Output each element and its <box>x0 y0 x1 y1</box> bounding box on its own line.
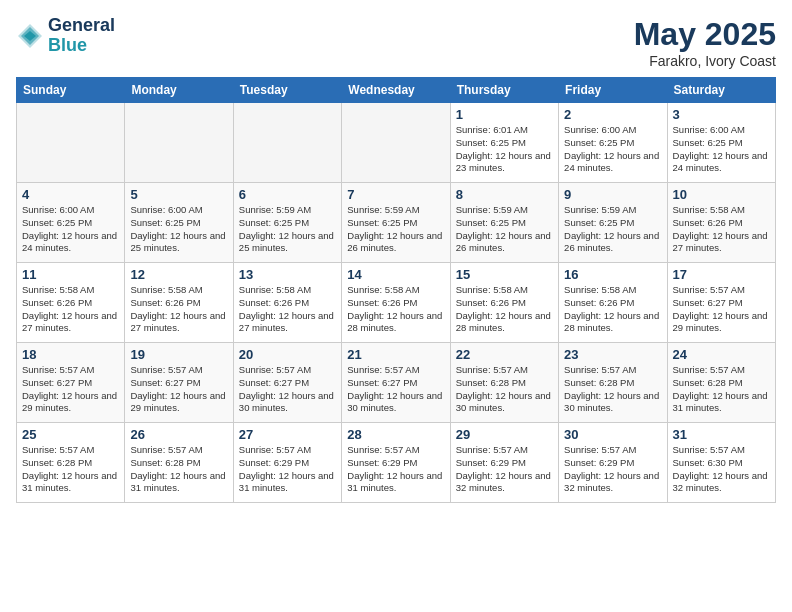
day-number: 10 <box>673 187 770 202</box>
cell-sun-info: Sunrise: 6:00 AMSunset: 6:25 PMDaylight:… <box>22 204 119 255</box>
cell-sun-info: Sunrise: 5:57 AMSunset: 6:29 PMDaylight:… <box>456 444 553 495</box>
day-number: 3 <box>673 107 770 122</box>
weekday-header-row: SundayMondayTuesdayWednesdayThursdayFrid… <box>17 78 776 103</box>
calendar-cell: 28Sunrise: 5:57 AMSunset: 6:29 PMDayligh… <box>342 423 450 503</box>
day-number: 11 <box>22 267 119 282</box>
cell-sun-info: Sunrise: 5:57 AMSunset: 6:27 PMDaylight:… <box>673 284 770 335</box>
calendar-cell: 20Sunrise: 5:57 AMSunset: 6:27 PMDayligh… <box>233 343 341 423</box>
calendar-cell: 23Sunrise: 5:57 AMSunset: 6:28 PMDayligh… <box>559 343 667 423</box>
weekday-header: Saturday <box>667 78 775 103</box>
day-number: 4 <box>22 187 119 202</box>
logo-icon <box>16 22 44 50</box>
day-number: 20 <box>239 347 336 362</box>
cell-sun-info: Sunrise: 5:57 AMSunset: 6:28 PMDaylight:… <box>22 444 119 495</box>
day-number: 1 <box>456 107 553 122</box>
calendar-cell: 22Sunrise: 5:57 AMSunset: 6:28 PMDayligh… <box>450 343 558 423</box>
cell-sun-info: Sunrise: 5:59 AMSunset: 6:25 PMDaylight:… <box>239 204 336 255</box>
cell-sun-info: Sunrise: 5:57 AMSunset: 6:28 PMDaylight:… <box>456 364 553 415</box>
page-header: General Blue May 2025 Farakro, Ivory Coa… <box>16 16 776 69</box>
cell-sun-info: Sunrise: 5:57 AMSunset: 6:29 PMDaylight:… <box>564 444 661 495</box>
calendar-week-row: 25Sunrise: 5:57 AMSunset: 6:28 PMDayligh… <box>17 423 776 503</box>
cell-sun-info: Sunrise: 5:57 AMSunset: 6:27 PMDaylight:… <box>130 364 227 415</box>
calendar-cell <box>233 103 341 183</box>
day-number: 2 <box>564 107 661 122</box>
calendar-cell: 9Sunrise: 5:59 AMSunset: 6:25 PMDaylight… <box>559 183 667 263</box>
calendar-cell: 7Sunrise: 5:59 AMSunset: 6:25 PMDaylight… <box>342 183 450 263</box>
calendar-cell: 30Sunrise: 5:57 AMSunset: 6:29 PMDayligh… <box>559 423 667 503</box>
calendar-cell: 10Sunrise: 5:58 AMSunset: 6:26 PMDayligh… <box>667 183 775 263</box>
cell-sun-info: Sunrise: 5:57 AMSunset: 6:29 PMDaylight:… <box>239 444 336 495</box>
calendar-cell: 17Sunrise: 5:57 AMSunset: 6:27 PMDayligh… <box>667 263 775 343</box>
day-number: 24 <box>673 347 770 362</box>
calendar-cell: 11Sunrise: 5:58 AMSunset: 6:26 PMDayligh… <box>17 263 125 343</box>
weekday-header: Friday <box>559 78 667 103</box>
day-number: 15 <box>456 267 553 282</box>
cell-sun-info: Sunrise: 5:57 AMSunset: 6:28 PMDaylight:… <box>130 444 227 495</box>
calendar-cell: 15Sunrise: 5:58 AMSunset: 6:26 PMDayligh… <box>450 263 558 343</box>
weekday-header: Thursday <box>450 78 558 103</box>
calendar-cell: 12Sunrise: 5:58 AMSunset: 6:26 PMDayligh… <box>125 263 233 343</box>
weekday-header: Tuesday <box>233 78 341 103</box>
cell-sun-info: Sunrise: 5:57 AMSunset: 6:30 PMDaylight:… <box>673 444 770 495</box>
cell-sun-info: Sunrise: 5:57 AMSunset: 6:28 PMDaylight:… <box>673 364 770 415</box>
calendar-cell: 3Sunrise: 6:00 AMSunset: 6:25 PMDaylight… <box>667 103 775 183</box>
cell-sun-info: Sunrise: 5:59 AMSunset: 6:25 PMDaylight:… <box>347 204 444 255</box>
month-title: May 2025 <box>634 16 776 53</box>
day-number: 18 <box>22 347 119 362</box>
day-number: 31 <box>673 427 770 442</box>
logo-text: General Blue <box>48 16 115 56</box>
day-number: 27 <box>239 427 336 442</box>
calendar-week-row: 1Sunrise: 6:01 AMSunset: 6:25 PMDaylight… <box>17 103 776 183</box>
cell-sun-info: Sunrise: 6:00 AMSunset: 6:25 PMDaylight:… <box>130 204 227 255</box>
cell-sun-info: Sunrise: 5:58 AMSunset: 6:26 PMDaylight:… <box>347 284 444 335</box>
day-number: 28 <box>347 427 444 442</box>
calendar-cell: 24Sunrise: 5:57 AMSunset: 6:28 PMDayligh… <box>667 343 775 423</box>
cell-sun-info: Sunrise: 5:57 AMSunset: 6:29 PMDaylight:… <box>347 444 444 495</box>
cell-sun-info: Sunrise: 6:01 AMSunset: 6:25 PMDaylight:… <box>456 124 553 175</box>
day-number: 12 <box>130 267 227 282</box>
calendar-cell <box>17 103 125 183</box>
calendar-cell: 14Sunrise: 5:58 AMSunset: 6:26 PMDayligh… <box>342 263 450 343</box>
day-number: 26 <box>130 427 227 442</box>
day-number: 17 <box>673 267 770 282</box>
day-number: 7 <box>347 187 444 202</box>
location-title: Farakro, Ivory Coast <box>634 53 776 69</box>
calendar-cell: 26Sunrise: 5:57 AMSunset: 6:28 PMDayligh… <box>125 423 233 503</box>
calendar-table: SundayMondayTuesdayWednesdayThursdayFrid… <box>16 77 776 503</box>
calendar-week-row: 4Sunrise: 6:00 AMSunset: 6:25 PMDaylight… <box>17 183 776 263</box>
cell-sun-info: Sunrise: 5:57 AMSunset: 6:27 PMDaylight:… <box>347 364 444 415</box>
cell-sun-info: Sunrise: 5:58 AMSunset: 6:26 PMDaylight:… <box>564 284 661 335</box>
day-number: 8 <box>456 187 553 202</box>
calendar-cell: 31Sunrise: 5:57 AMSunset: 6:30 PMDayligh… <box>667 423 775 503</box>
day-number: 21 <box>347 347 444 362</box>
day-number: 5 <box>130 187 227 202</box>
cell-sun-info: Sunrise: 5:58 AMSunset: 6:26 PMDaylight:… <box>456 284 553 335</box>
calendar-cell: 16Sunrise: 5:58 AMSunset: 6:26 PMDayligh… <box>559 263 667 343</box>
calendar-cell: 5Sunrise: 6:00 AMSunset: 6:25 PMDaylight… <box>125 183 233 263</box>
day-number: 16 <box>564 267 661 282</box>
day-number: 30 <box>564 427 661 442</box>
weekday-header: Wednesday <box>342 78 450 103</box>
cell-sun-info: Sunrise: 5:58 AMSunset: 6:26 PMDaylight:… <box>130 284 227 335</box>
calendar-week-row: 11Sunrise: 5:58 AMSunset: 6:26 PMDayligh… <box>17 263 776 343</box>
cell-sun-info: Sunrise: 5:59 AMSunset: 6:25 PMDaylight:… <box>564 204 661 255</box>
title-block: May 2025 Farakro, Ivory Coast <box>634 16 776 69</box>
weekday-header: Sunday <box>17 78 125 103</box>
day-number: 19 <box>130 347 227 362</box>
calendar-cell: 8Sunrise: 5:59 AMSunset: 6:25 PMDaylight… <box>450 183 558 263</box>
calendar-cell: 18Sunrise: 5:57 AMSunset: 6:27 PMDayligh… <box>17 343 125 423</box>
day-number: 22 <box>456 347 553 362</box>
calendar-cell: 1Sunrise: 6:01 AMSunset: 6:25 PMDaylight… <box>450 103 558 183</box>
cell-sun-info: Sunrise: 6:00 AMSunset: 6:25 PMDaylight:… <box>564 124 661 175</box>
calendar-cell: 6Sunrise: 5:59 AMSunset: 6:25 PMDaylight… <box>233 183 341 263</box>
calendar-cell: 29Sunrise: 5:57 AMSunset: 6:29 PMDayligh… <box>450 423 558 503</box>
calendar-cell: 25Sunrise: 5:57 AMSunset: 6:28 PMDayligh… <box>17 423 125 503</box>
cell-sun-info: Sunrise: 5:57 AMSunset: 6:28 PMDaylight:… <box>564 364 661 415</box>
calendar-cell: 4Sunrise: 6:00 AMSunset: 6:25 PMDaylight… <box>17 183 125 263</box>
calendar-cell: 13Sunrise: 5:58 AMSunset: 6:26 PMDayligh… <box>233 263 341 343</box>
calendar-cell: 27Sunrise: 5:57 AMSunset: 6:29 PMDayligh… <box>233 423 341 503</box>
day-number: 13 <box>239 267 336 282</box>
day-number: 23 <box>564 347 661 362</box>
calendar-cell <box>125 103 233 183</box>
logo: General Blue <box>16 16 115 56</box>
